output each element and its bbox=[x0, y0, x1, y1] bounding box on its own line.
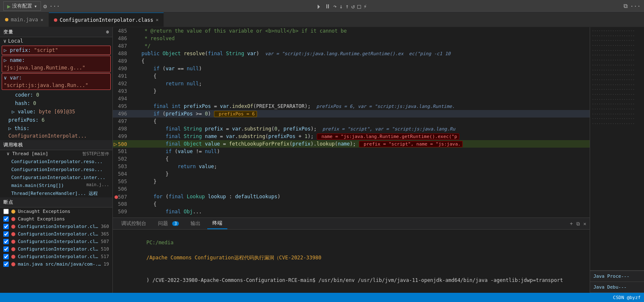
line-content: public Object resolve(final String var) … bbox=[134, 50, 590, 57]
bp-config-517-dot: ● bbox=[11, 253, 15, 260]
java-debug-item[interactable]: Java Debu--- bbox=[590, 282, 644, 293]
split-editor-icon[interactable]: ⧉ bbox=[624, 3, 628, 10]
line-content: } bbox=[134, 178, 590, 185]
close-config-icon[interactable]: ✕ bbox=[156, 17, 159, 23]
tab-output[interactable]: 输出 bbox=[186, 218, 206, 229]
bp-config-365[interactable]: ● ConfigurationInterpolator.cl... 365 bbox=[0, 230, 112, 238]
tab-terminal[interactable]: 终端 bbox=[207, 218, 227, 229]
tab-config-interpolator[interactable]: ConfigurationInterpolator.class ✕ bbox=[49, 13, 164, 27]
restart-icon[interactable]: ↺ bbox=[351, 3, 355, 10]
callstack-item-3[interactable]: ConfigurationInterpolator.inter... bbox=[0, 174, 112, 182]
run-config-button[interactable]: ▶ 没有配置 ▾ bbox=[3, 1, 41, 11]
bp-caught-exceptions[interactable]: ● Caught Exceptions bbox=[0, 215, 112, 223]
line-row: 502 { bbox=[113, 155, 590, 163]
lightning-icon[interactable]: ⚡ bbox=[363, 3, 367, 10]
local-group[interactable]: ∨ Local bbox=[0, 37, 112, 45]
close-terminal-icon[interactable]: ✕ bbox=[583, 221, 586, 227]
pause-icon[interactable]: ⏸ bbox=[325, 3, 331, 10]
tab-main-java[interactable]: main.java ✕ bbox=[0, 13, 49, 27]
close-main-java-icon[interactable]: ✕ bbox=[41, 17, 43, 23]
callstack-item-4[interactable]: main.main(String[]) main.j... bbox=[0, 182, 112, 189]
var-prefix[interactable]: ▷ prefix: "script" bbox=[2, 46, 111, 55]
variables-header: 变量 ⊕ bbox=[0, 27, 112, 37]
bp-uncaught-exceptions[interactable]: ● Uncaught Exceptions bbox=[0, 207, 112, 215]
bp-uncaught-checkbox[interactable] bbox=[3, 209, 9, 214]
add-terminal-icon[interactable]: + bbox=[570, 221, 573, 227]
more-icon[interactable]: ··· bbox=[49, 3, 60, 10]
java-process-item[interactable]: Java Proce--- bbox=[590, 271, 644, 282]
bp-config-510-checkbox[interactable] bbox=[3, 246, 9, 252]
bp-main-19[interactable]: ● main.java src/main/java/com-... 19 bbox=[0, 260, 112, 268]
line-row: 488 public Object resolve(final String v… bbox=[113, 50, 590, 57]
callstack-item-5[interactable]: Thread[ReferenceHandler]... 远程 bbox=[0, 189, 112, 197]
callstack-title: 调用堆栈 bbox=[3, 142, 23, 148]
line-row: 491 { bbox=[113, 72, 590, 80]
step-into-icon[interactable]: ↓ bbox=[339, 3, 343, 10]
bp-config-510[interactable]: ● ConfigurationInterpolator.cl... 510 bbox=[0, 245, 112, 253]
breakpoints-header: 断点 bbox=[0, 197, 112, 207]
tab-config-interpolator-label: ConfigurationInterpolator.class bbox=[60, 17, 153, 23]
line-content: final int prefixPos = var.indexOf(PREFIX… bbox=[134, 102, 590, 110]
terminal-content[interactable]: PC:/media /Apache Commons Configuration远… bbox=[113, 230, 590, 293]
bp-main-19-checkbox[interactable] bbox=[3, 261, 9, 267]
line-content: { bbox=[134, 155, 590, 163]
bp-caught-checkbox[interactable] bbox=[3, 216, 9, 222]
line-number: 490 bbox=[113, 65, 134, 72]
bottom-toolbar-right: + ⧉ ✕ bbox=[570, 221, 586, 227]
line-row: 490 if (var == null) bbox=[113, 65, 590, 72]
tab-problems[interactable]: 问题 3 bbox=[153, 218, 184, 229]
bp-config-507[interactable]: ● ConfigurationInterpolator.cl... 507 bbox=[0, 238, 112, 245]
bp-config-360-checkbox[interactable] bbox=[3, 224, 9, 229]
terminal-title: /Apache Commons Configuration远程代码执行漏洞（CV… bbox=[146, 255, 321, 261]
line-row: 489 { bbox=[113, 57, 590, 65]
stop-icon[interactable]: □ bbox=[357, 3, 361, 10]
var-var[interactable]: ∨ var: "script:js:java.lang.Run..." bbox=[2, 73, 111, 90]
var-var-key: ∨ var: bbox=[4, 75, 22, 81]
tab-problems-label: 问题 bbox=[158, 220, 168, 226]
code-container[interactable]: 485 * @return the value of this variable… bbox=[113, 27, 590, 218]
callstack-badge-2: main.j... bbox=[87, 182, 109, 187]
step-over-icon[interactable]: ↷ bbox=[333, 3, 336, 10]
bp-config-517-checkbox[interactable] bbox=[3, 254, 9, 259]
line-row: 495 final int prefixPos = var.indexOf(PR… bbox=[113, 102, 590, 110]
var-this[interactable]: ▷ this: ConfigurationInterpolat... bbox=[0, 124, 112, 140]
line-content: for (final Lookup lookup : defaultLookup… bbox=[134, 193, 590, 200]
callstack-item-1[interactable]: ConfigurationInterpolator.reso... bbox=[0, 158, 112, 166]
line-content: } bbox=[134, 170, 590, 178]
var-coder[interactable]: coder: 0 bbox=[0, 91, 112, 99]
line-number: 495 bbox=[113, 102, 134, 110]
bp-config-365-dot: ● bbox=[11, 230, 15, 237]
gear-icon[interactable]: ⚙ bbox=[43, 3, 47, 10]
tab-debug-console[interactable]: 调试控制台 bbox=[116, 218, 151, 229]
bp-main-19-dot: ● bbox=[11, 261, 15, 267]
bp-config-507-checkbox[interactable] bbox=[3, 239, 9, 244]
var-this-key: ▷ this: bbox=[8, 125, 30, 131]
split-terminal-icon[interactable]: ⧉ bbox=[576, 221, 580, 227]
var-prefixpos[interactable]: prefixPos: 6 bbox=[0, 116, 112, 124]
problems-badge: 3 bbox=[172, 221, 179, 226]
var-name[interactable]: ▷ name: "js:java.lang.Runtime.g..." bbox=[2, 56, 111, 72]
var-hash-val: 0 bbox=[33, 100, 36, 106]
callstack-thread-main[interactable]: ∨ Thread [main] 暂STEP已暂停 bbox=[0, 150, 112, 158]
line-content: if (prefixPos >= 0) prefixPos = 6 bbox=[134, 110, 590, 118]
var-value[interactable]: ▷ value: byte [69]@35 bbox=[0, 107, 112, 116]
more2-icon[interactable]: ··· bbox=[630, 3, 641, 10]
resume-icon[interactable]: ⏵ bbox=[316, 3, 322, 10]
bp-config-365-checkbox[interactable] bbox=[3, 231, 9, 237]
collapse-icon[interactable]: ⊕ bbox=[106, 29, 109, 35]
var-hash[interactable]: hash: 0 bbox=[0, 99, 112, 107]
dropdown-arrow-icon: ▾ bbox=[34, 3, 37, 9]
line-content: * @return the value of this variable or … bbox=[134, 27, 590, 35]
bp-config-360[interactable]: ● ConfigurationInterpolator.cl... 360 bbox=[0, 223, 112, 230]
step-out-icon[interactable]: ↑ bbox=[345, 3, 349, 10]
tab-dot-orange bbox=[5, 18, 8, 21]
bp-main-19-line: 19 bbox=[104, 261, 109, 267]
line-number: 496 bbox=[113, 110, 134, 118]
line-number: 493 bbox=[113, 87, 134, 95]
line-row: 509 final Obj... bbox=[113, 208, 590, 215]
terminal-line-2: ) /CVE-2022-33980-Apache-Commons-Configu… bbox=[116, 269, 586, 292]
left-panel: 变量 ⊕ ∨ Local ▷ prefix: "script" ▷ name: … bbox=[0, 27, 113, 293]
callstack-item-2[interactable]: ConfigurationInterpolator.reso... bbox=[0, 166, 112, 174]
line-row: 508 { bbox=[113, 200, 590, 208]
bp-config-517[interactable]: ● ConfigurationInterpolator.cl... 517 bbox=[0, 253, 112, 260]
